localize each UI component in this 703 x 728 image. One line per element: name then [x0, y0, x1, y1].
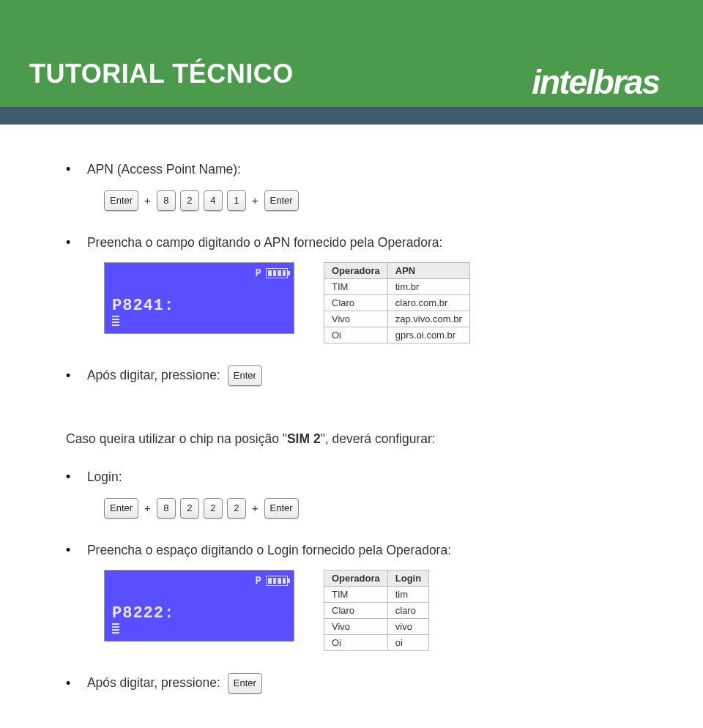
header-stripe — [0, 107, 703, 125]
cell: Claro — [324, 602, 388, 618]
brand-logo: intelbras — [532, 62, 659, 102]
page-header: TUTORIAL TÉCNICO intelbras — [0, 0, 703, 125]
lcd-code: P8222: — [112, 604, 174, 623]
plus-icon: + — [143, 194, 152, 207]
lcd-code: P8241: — [112, 297, 174, 315]
bullet-login-label: Login: — [87, 469, 122, 484]
key-enter: Enter — [104, 190, 138, 211]
sim2-pre: Caso queira utilizar o chip na posição " — [66, 431, 287, 446]
after-type-label: Após digitar, pressione: — [87, 368, 220, 383]
cell: vivo — [387, 618, 428, 634]
bullet-login: Login: — [66, 469, 637, 485]
key-enter: Enter — [228, 673, 262, 694]
after-type-label-2: Após digitar, pressione: — [87, 675, 220, 691]
cell: Oi — [324, 327, 388, 343]
table-row: Vivovivo — [324, 618, 429, 634]
plus-icon: + — [250, 502, 260, 514]
sim2-paragraph: Caso queira utilizar o chip na posição "… — [66, 431, 637, 447]
cell: tim.br — [387, 278, 469, 294]
lcd-p-label: P — [256, 575, 261, 587]
bullet-after-type-apn: Após digitar, pressione: Enter — [66, 365, 637, 386]
table-row: Oigprs.oi.com.br — [324, 327, 470, 343]
battery-icon — [266, 268, 288, 278]
sim2-bold: SIM 2 — [287, 431, 321, 446]
cell: tim — [387, 586, 428, 602]
cell: Claro — [324, 294, 388, 311]
table-row: TIMtim — [324, 586, 429, 602]
bullet-apn-fill: Preencha o campo digitando o APN forneci… — [66, 234, 637, 250]
key-enter: Enter — [264, 498, 299, 519]
cell: Oi — [324, 634, 388, 650]
cell: Vivo — [324, 618, 388, 634]
cell: zap.vivo.com.br — [387, 311, 469, 327]
key-1: 1 — [227, 190, 246, 211]
key-8: 8 — [157, 190, 176, 211]
lcd-display-login: P P8222: — [104, 570, 294, 642]
apn-key-sequence: Enter + 8 2 4 1 + Enter — [104, 190, 637, 211]
apn-table: Operadora APN TIMtim.br Claroclaro.com.b… — [324, 262, 470, 343]
table-row: Vivozap.vivo.com.br — [324, 311, 470, 327]
key-4: 4 — [204, 190, 223, 211]
apn-panel-row: P P8241: Operadora APN TIMtim.br Clarocl… — [104, 262, 637, 343]
table-row: Claroclaro — [324, 602, 429, 618]
key-enter: Enter — [104, 498, 138, 519]
key-2: 2 — [204, 498, 223, 519]
key-2: 2 — [180, 498, 199, 519]
cell: Vivo — [324, 311, 388, 327]
table-row: TIMtim.br — [324, 278, 470, 294]
lcd-p-label: P — [256, 267, 261, 279]
cell: claro.com.br — [387, 294, 469, 311]
apn-th-operadora: Operadora — [324, 262, 388, 278]
lcd-cursor-icon — [112, 623, 119, 635]
key-8: 8 — [157, 498, 176, 519]
bullet-login-fill: Preencha o espaço digitando o Login forn… — [66, 542, 637, 558]
lcd-cursor-icon — [112, 316, 119, 327]
login-th-login: Login — [387, 570, 428, 586]
cell: TIM — [324, 586, 388, 602]
key-2: 2 — [227, 498, 246, 519]
battery-icon — [266, 576, 288, 586]
plus-icon: + — [143, 502, 152, 514]
cell: claro — [387, 602, 428, 618]
table-row: Oioi — [324, 634, 429, 650]
apn-th-apn: APN — [387, 262, 469, 278]
document-body: APN (Access Point Name): Enter + 8 2 4 1… — [0, 125, 703, 720]
key-2: 2 — [180, 190, 199, 211]
header-title: TUTORIAL TÉCNICO — [29, 59, 294, 89]
bullet-apn-label: APN (Access Point Name): — [87, 162, 241, 177]
login-table: Operadora Login TIMtim Claroclaro Vivovi… — [324, 570, 429, 651]
key-enter: Enter — [228, 365, 262, 386]
login-key-sequence: Enter + 8 2 2 2 + Enter — [104, 498, 637, 519]
cell: TIM — [324, 278, 388, 294]
bullet-apn: APN (Access Point Name): — [66, 161, 637, 177]
login-panel-row: P P8222: Operadora Login TIMtim Clarocla… — [104, 570, 637, 651]
sim2-post: ", deverá configurar: — [321, 431, 436, 446]
cell: gprs.oi.com.br — [387, 327, 469, 343]
cell: oi — [387, 634, 428, 650]
lcd-display-apn: P P8241: — [104, 262, 294, 334]
login-th-operadora: Operadora — [324, 570, 388, 586]
bullet-after-type-login: Após digitar, pressione: Enter — [66, 673, 637, 694]
bullet-login-fill-label: Preencha o espaço digitando o Login forn… — [87, 543, 451, 557]
table-row: Claroclaro.com.br — [324, 294, 470, 311]
bullet-apn-fill-label: Preencha o campo digitando o APN forneci… — [87, 235, 442, 250]
key-enter: Enter — [264, 190, 299, 211]
plus-icon: + — [250, 194, 260, 207]
